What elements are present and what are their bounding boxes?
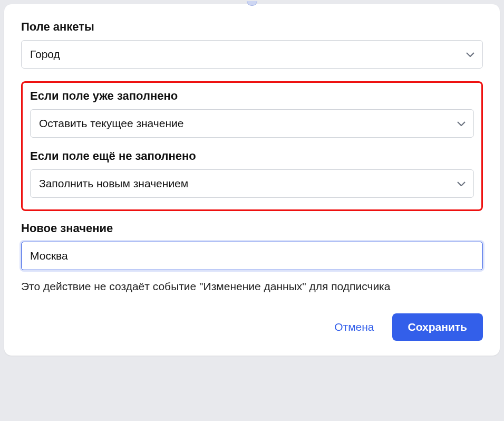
select-if-not-filled[interactable]: Заполнить новым значением (30, 169, 474, 198)
select-wrapper-survey-field: Город (21, 40, 483, 69)
label-survey-field: Поле анкеты (21, 20, 483, 34)
cancel-button[interactable]: Отмена (332, 317, 376, 338)
actions-row: Отмена Сохранить (21, 313, 483, 341)
select-wrapper-if-filled: Оставить текущее значение (30, 109, 474, 138)
field-group-survey-field: Поле анкеты Город (21, 20, 483, 69)
label-new-value: Новое значение (21, 222, 483, 235)
select-value: Город (30, 48, 60, 61)
field-group-if-not-filled: Если поле ещё не заполнено Заполнить нов… (30, 149, 474, 198)
label-if-filled: Если поле уже заполнено (30, 89, 474, 103)
form-card: Поле анкеты Город Если поле уже заполнен… (4, 4, 500, 356)
label-if-not-filled: Если поле ещё не заполнено (30, 149, 474, 163)
select-wrapper-if-not-filled: Заполнить новым значением (30, 169, 474, 198)
highlight-box: Если поле уже заполнено Оставить текущее… (21, 81, 483, 211)
save-button[interactable]: Сохранить (392, 313, 483, 341)
field-group-new-value: Новое значение (21, 222, 483, 270)
select-survey-field[interactable]: Город (21, 40, 483, 69)
hint-text: Это действие не создаёт событие "Изменен… (21, 279, 411, 294)
field-group-if-filled: Если поле уже заполнено Оставить текущее… (30, 89, 474, 138)
select-value: Заполнить новым значением (39, 177, 188, 190)
input-new-value[interactable] (21, 242, 483, 270)
select-if-filled[interactable]: Оставить текущее значение (30, 109, 474, 138)
select-value: Оставить текущее значение (39, 117, 183, 130)
